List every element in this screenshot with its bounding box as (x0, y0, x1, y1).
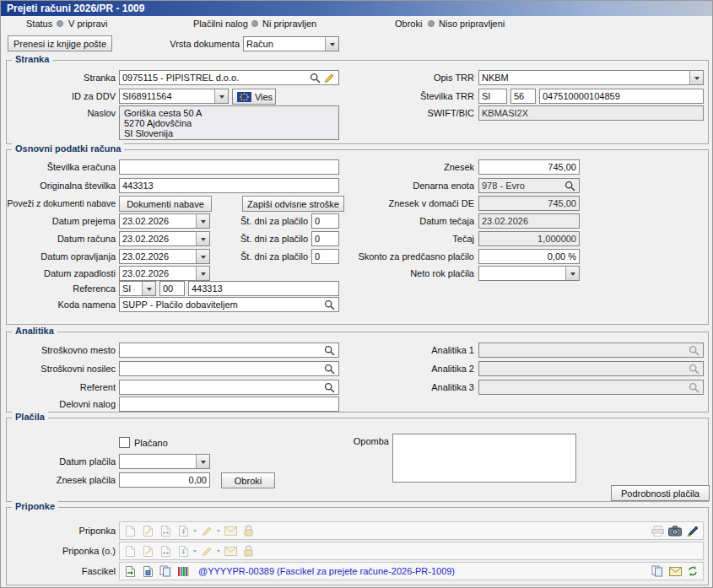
stranka-field[interactable]: 0975115 - PIPISTREL d.o.o. (119, 70, 339, 85)
vies-button[interactable]: Vies (232, 89, 276, 105)
chevron-down-icon[interactable] (196, 455, 209, 468)
mail-attachment-icon[interactable] (223, 523, 238, 538)
datum-opravljanja-label: Datum opravljanja (7, 249, 116, 264)
chevron-down-icon[interactable] (196, 250, 209, 263)
save-attachment-icon[interactable] (176, 523, 191, 538)
app-window: Prejeti računi 2026/PR - 1009 Status V p… (0, 0, 713, 588)
obroki-value: Niso pripravljeni (439, 18, 505, 30)
search-icon (688, 363, 700, 375)
skonto-field[interactable]: 0,00 % (478, 249, 580, 264)
analitika1-label: Analitika 1 (348, 343, 474, 358)
datum-racuna-value: 23.02.2026 (122, 234, 196, 244)
st-dni-za-placilo-label: Št. dni za plačilo (240, 249, 308, 264)
lock-attachment-icon[interactable] (240, 523, 256, 538)
save-attachment-icon[interactable] (176, 543, 191, 558)
attachment-options-icon[interactable] (158, 523, 173, 538)
stroskovno-mesto-label: Stroškovno mesto (7, 343, 116, 358)
referent-field[interactable] (119, 380, 339, 395)
mail-document-icon[interactable] (667, 564, 683, 579)
chevron-down-icon[interactable] (193, 530, 197, 534)
trr-country-value: SI (482, 91, 504, 101)
delovni-nalog-field[interactable] (119, 396, 339, 412)
trr-check-field[interactable]: 56 (510, 89, 536, 104)
znesek-field[interactable]: 745,00 (478, 159, 580, 175)
stroskovno-mesto-field[interactable] (119, 343, 339, 358)
opis-trr-combo[interactable]: NKBM (478, 70, 704, 85)
datum-zapadlosti-combo[interactable]: 23.02.2026 (119, 266, 210, 281)
preview-fascikel-icon[interactable] (140, 564, 155, 579)
zapisi-odvisne-stroske-button[interactable]: Zapiši odvisne stroške (242, 196, 344, 212)
search-icon[interactable] (323, 344, 336, 357)
stroskovni-nosilec-field[interactable] (119, 361, 339, 376)
originalna-stevilka-field[interactable]: 443313 (119, 178, 339, 193)
edit-pencil-icon[interactable] (199, 543, 214, 558)
copy-document-icon[interactable] (650, 564, 665, 579)
chevron-down-icon[interactable] (325, 37, 338, 51)
mail-attachment-icon[interactable] (223, 543, 238, 558)
camera-icon[interactable] (667, 523, 683, 538)
new-attachment-icon[interactable] (122, 523, 138, 538)
signature-pen-icon[interactable] (685, 523, 700, 538)
placano-checkbox[interactable] (119, 437, 130, 448)
chevron-down-icon[interactable] (196, 214, 209, 228)
st-dni-racuna-field[interactable]: 0 (311, 231, 339, 246)
new-attachment-icon[interactable] (122, 543, 138, 558)
edit-attachment-icon[interactable] (140, 543, 155, 558)
attachment-options-icon[interactable] (158, 543, 173, 558)
chevron-down-icon[interactable] (217, 550, 220, 554)
st-dni-racuna-value: 0 (315, 234, 336, 244)
st-dni-opravljanja-field[interactable]: 0 (311, 249, 339, 264)
denarna-enota-field[interactable]: 978 - Evro (478, 178, 580, 193)
trr-country-field[interactable]: SI (478, 89, 507, 104)
search-icon[interactable] (323, 363, 336, 375)
open-fascikel-icon[interactable] (122, 564, 138, 579)
search-icon[interactable] (323, 299, 336, 311)
edit-icon[interactable] (323, 72, 336, 84)
search-icon[interactable] (309, 72, 321, 84)
search-icon[interactable] (564, 180, 576, 192)
obroki-button[interactable]: Obroki (221, 472, 275, 488)
podrobnosti-placila-button[interactable]: Podrobnosti plačila (611, 485, 710, 501)
datum-opravljanja-combo[interactable]: 23.02.2026 (119, 249, 210, 264)
naslov-label: Naslov (7, 105, 116, 121)
prenesi-iz-knjige-poste-button[interactable]: Prenesi iz knjige pošte (8, 35, 112, 51)
chevron-down-icon[interactable] (196, 232, 209, 245)
trr-number-field[interactable]: 047510000104859 (539, 89, 704, 104)
chevron-down-icon[interactable] (193, 550, 197, 554)
chevron-down-icon[interactable] (196, 267, 209, 280)
st-dni-prejema-field[interactable]: 0 (311, 213, 339, 229)
opomba-textarea[interactable] (392, 434, 576, 483)
chevron-down-icon[interactable] (142, 282, 155, 295)
datum-racuna-combo[interactable]: 23.02.2026 (119, 231, 210, 246)
chevron-down-icon[interactable] (565, 267, 579, 280)
fascikel-link[interactable]: @YYYYPR-00389 (Fascikel za prejete račun… (198, 566, 455, 576)
chevron-down-icon[interactable] (689, 71, 703, 84)
sync-icon[interactable] (685, 564, 700, 579)
datum-placila-combo[interactable] (119, 454, 210, 469)
stevilka-eracuna-field[interactable] (119, 159, 339, 175)
fascikel-documents-icon[interactable] (158, 564, 173, 579)
barcode-icon[interactable] (176, 564, 191, 579)
dokumenti-nabave-button[interactable]: Dokumenti nabave (119, 196, 212, 212)
lock-attachment-icon[interactable] (240, 543, 256, 558)
chevron-down-icon[interactable] (217, 530, 220, 534)
opis-trr-value: NKBM (482, 73, 689, 83)
referenca-check-field[interactable]: 00 (159, 281, 185, 296)
znesek-placila-field[interactable]: 0,00 (119, 472, 210, 488)
scanner-icon[interactable] (650, 523, 665, 538)
edit-pencil-icon[interactable] (199, 523, 214, 538)
neto-rok-placila-combo[interactable] (478, 266, 580, 281)
edit-attachment-icon[interactable] (140, 523, 155, 538)
referenca-model-combo[interactable]: SI (119, 281, 156, 296)
eu-flag-icon (237, 90, 251, 103)
koda-namena-field[interactable]: SUPP - Plačilo dobaviteljem (119, 297, 339, 312)
osnovni-podatki-group-title: Osnovni podatki računa (12, 143, 124, 154)
placila-group-title: Plačila (12, 412, 48, 423)
id-za-ddv-combo[interactable]: SI68911564 (119, 89, 229, 104)
vrsta-dokumenta-combo[interactable]: Račun (243, 36, 339, 51)
datum-prejema-combo[interactable]: 23.02.2026 (119, 213, 210, 229)
datum-opravljanja-value: 23.02.2026 (122, 251, 196, 262)
referenca-field[interactable]: 443313 (188, 281, 339, 296)
chevron-down-icon[interactable] (214, 89, 228, 103)
search-icon[interactable] (323, 381, 336, 394)
